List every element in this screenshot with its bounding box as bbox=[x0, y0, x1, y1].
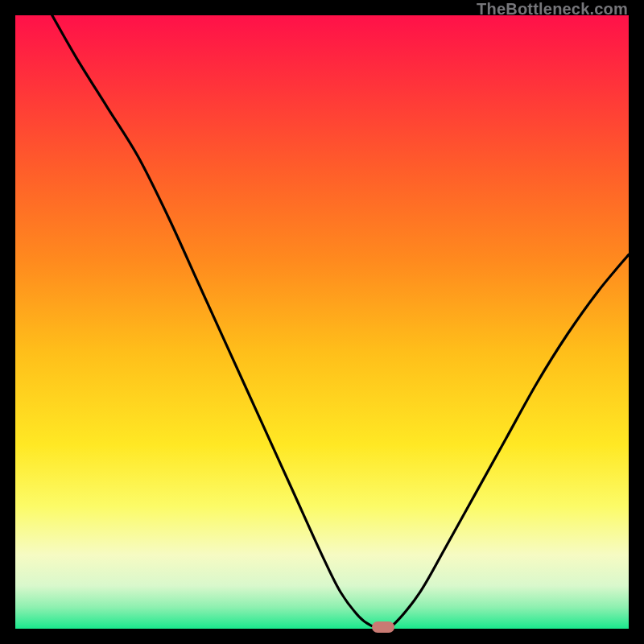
bottleneck-curve bbox=[15, 15, 629, 629]
plot-area bbox=[15, 15, 629, 629]
watermark-text: TheBottleneck.com bbox=[477, 0, 628, 19]
optimal-marker bbox=[372, 621, 394, 633]
